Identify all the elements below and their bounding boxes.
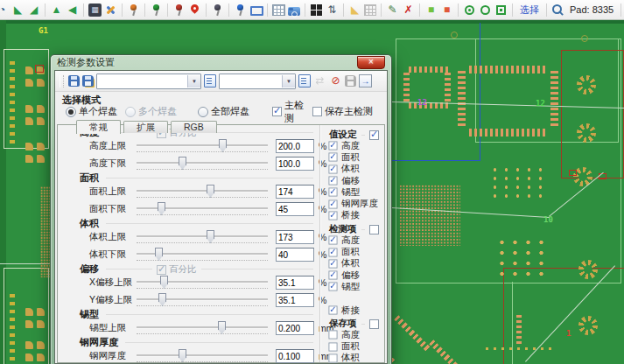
- pin-green-icon[interactable]: [150, 4, 163, 17]
- slider[interactable]: [137, 157, 268, 171]
- apply-fov-icon[interactable]: [298, 74, 311, 88]
- panel-master-checkbox[interactable]: [369, 225, 379, 234]
- checkbox-icon[interactable]: [328, 259, 337, 268]
- panel-master-checkbox[interactable]: [369, 319, 379, 329]
- slider[interactable]: [137, 185, 268, 199]
- photo-icon[interactable]: ▦: [88, 4, 102, 17]
- target-icon[interactable]: [463, 4, 476, 17]
- pin-blue-icon[interactable]: [234, 4, 247, 17]
- apply-pad-icon[interactable]: [204, 74, 216, 88]
- red-square-icon[interactable]: ■: [440, 4, 453, 17]
- panel-item: 体积: [320, 258, 383, 270]
- board-a-icon[interactable]: ◣: [11, 4, 25, 17]
- checkbox-icon[interactable]: [328, 200, 337, 208]
- save-icon[interactable]: [68, 75, 80, 87]
- slider-ticks: [137, 257, 268, 261]
- checkbox-icon[interactable]: [328, 211, 337, 220]
- fov-group-combo[interactable]: ▼: [219, 74, 296, 89]
- tab-general[interactable]: 常规: [76, 120, 121, 134]
- value-field[interactable]: [276, 185, 314, 199]
- radio-icon[interactable]: [66, 107, 76, 117]
- rect-select-icon[interactable]: [249, 4, 263, 17]
- board-b-icon[interactable]: ◢: [27, 4, 40, 17]
- toolbar-separator: [167, 4, 168, 17]
- slider[interactable]: [137, 321, 268, 335]
- checkbox-icon[interactable]: [328, 236, 337, 245]
- value-field[interactable]: [276, 276, 314, 290]
- checkbox-save-main-inspect[interactable]: 保存主检测: [312, 105, 388, 118]
- mesh-icon[interactable]: [364, 4, 376, 16]
- circle-icon[interactable]: [479, 4, 492, 17]
- sort-az-icon[interactable]: ⇅: [326, 4, 339, 17]
- tab-extended[interactable]: 扩展: [123, 121, 168, 133]
- checkbox-icon[interactable]: [328, 271, 337, 280]
- checkbox-icon[interactable]: [328, 142, 337, 150]
- checkbox-icon[interactable]: [328, 153, 337, 162]
- checkbox-icon[interactable]: [328, 342, 337, 351]
- checkbox-icon[interactable]: [312, 107, 322, 116]
- slider[interactable]: [137, 293, 268, 307]
- pad-group-combo[interactable]: ▼: [96, 74, 201, 89]
- dialog-titlebar[interactable]: 检测参数设置 ×: [54, 55, 388, 70]
- pin-dark-icon[interactable]: [211, 4, 224, 17]
- panel-rule: [361, 229, 366, 230]
- pcb-net-line-blue: [392, 160, 480, 161]
- checkbox-icon[interactable]: [328, 248, 337, 256]
- block-icon[interactable]: ⊘: [329, 74, 342, 88]
- checkbox-icon[interactable]: [328, 164, 337, 173]
- edit-chart-icon[interactable]: ✎: [386, 4, 399, 17]
- checkbox-icon[interactable]: [328, 188, 337, 197]
- save-as-icon[interactable]: [82, 75, 94, 87]
- select-label[interactable]: 选择: [517, 4, 542, 17]
- slider[interactable]: [137, 139, 268, 153]
- toolbar-separator: [267, 4, 268, 17]
- radio-single-pad[interactable]: 单个焊盘: [66, 105, 125, 118]
- value-field[interactable]: [276, 157, 314, 171]
- prism-icon[interactable]: ▲: [50, 4, 63, 17]
- radio-all-pads[interactable]: 全部焊盘: [198, 105, 272, 118]
- value-field[interactable]: [276, 293, 314, 307]
- combo-arrow-icon[interactable]: ▼: [282, 75, 295, 88]
- checkbox-icon[interactable]: [328, 283, 337, 291]
- slider-row: 钢网厚度mm: [58, 347, 319, 364]
- ruler-icon[interactable]: ◣: [348, 4, 361, 17]
- table-icon[interactable]: [272, 4, 285, 16]
- slider[interactable]: [137, 248, 268, 262]
- zoom-icon[interactable]: [551, 4, 564, 17]
- tools-icon[interactable]: [104, 4, 117, 17]
- slider-row: 高度下限%: [58, 155, 319, 172]
- slider[interactable]: [137, 349, 268, 363]
- tiles-icon[interactable]: [310, 4, 323, 17]
- checkbox-icon[interactable]: [328, 305, 337, 314]
- tab-rgb[interactable]: RGB: [171, 121, 217, 133]
- value-field[interactable]: [276, 248, 314, 262]
- camera-icon[interactable]: [288, 7, 300, 16]
- panel-item: 高度: [320, 140, 383, 151]
- combo-arrow-icon[interactable]: ▼: [187, 75, 200, 88]
- value-field[interactable]: [276, 230, 314, 244]
- pin-red-icon[interactable]: [172, 4, 186, 17]
- clock-icon[interactable]: ◔: [0, 4, 9, 17]
- checkbox-icon[interactable]: [272, 107, 282, 116]
- value-field[interactable]: [276, 202, 314, 216]
- value-field[interactable]: [276, 349, 314, 363]
- exit-icon[interactable]: →: [359, 74, 372, 88]
- value-field[interactable]: [276, 139, 314, 153]
- close-button[interactable]: ×: [357, 56, 385, 69]
- slider[interactable]: [137, 230, 268, 244]
- checkbox-icon[interactable]: [328, 176, 337, 185]
- frame-icon[interactable]: [494, 4, 508, 17]
- green-square-icon[interactable]: ■: [424, 4, 438, 17]
- slider[interactable]: [137, 276, 268, 290]
- radio-icon[interactable]: [198, 107, 208, 117]
- pin-orange-icon[interactable]: [127, 4, 140, 17]
- checkbox-icon[interactable]: [328, 331, 337, 340]
- pad-count: Pad: 8335: [567, 4, 616, 15]
- slider[interactable]: [137, 202, 268, 216]
- delete-icon[interactable]: ✗: [402, 4, 415, 17]
- value-field[interactable]: [276, 321, 314, 335]
- checkbox-icon[interactable]: [328, 354, 337, 362]
- dialog-title: 检测参数设置: [57, 56, 115, 69]
- horn-icon[interactable]: ◀: [66, 4, 79, 17]
- marker-icon[interactable]: [188, 4, 201, 17]
